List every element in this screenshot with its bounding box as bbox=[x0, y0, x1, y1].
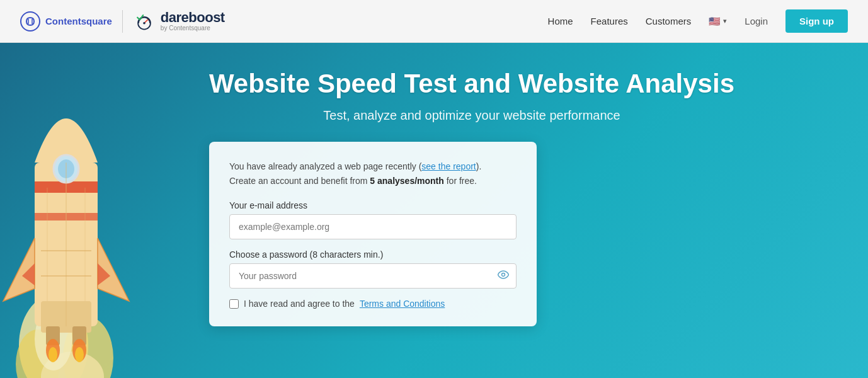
eye-icon[interactable] bbox=[498, 270, 509, 282]
contentsquare-label: Contentsquare bbox=[45, 16, 112, 26]
email-input[interactable] bbox=[229, 214, 517, 239]
terms-row: I have read and agree to the Terms and C… bbox=[229, 299, 517, 309]
header-nav: Home Features Customers 🇺🇸 ▾ Login Sign … bbox=[548, 9, 848, 33]
language-selector[interactable]: 🇺🇸 ▾ bbox=[709, 16, 727, 27]
notice-text4: for free. bbox=[444, 176, 477, 186]
hero-subtitle: Test, analyze and optimize your website … bbox=[209, 108, 734, 123]
header-left: Contentsquare dareboost by Contentsquare bbox=[20, 10, 225, 33]
dareboost-icon bbox=[133, 13, 156, 30]
language-chevron-icon: ▾ bbox=[723, 17, 727, 25]
terms-checkbox[interactable] bbox=[229, 299, 239, 309]
rocket-svg bbox=[0, 43, 170, 378]
email-label: Your e-mail address bbox=[229, 200, 517, 210]
nav-features[interactable]: Features bbox=[591, 16, 628, 26]
notice-text3: Create an account and benefit from bbox=[229, 176, 370, 186]
nav-home[interactable]: Home bbox=[548, 16, 573, 26]
header: Contentsquare dareboost by Contentsquare… bbox=[0, 0, 868, 43]
dareboost-name: dareboost bbox=[161, 11, 225, 25]
hero-section: Website Speed Test and Website Analysis … bbox=[0, 43, 868, 378]
password-label: Choose a password (8 characters min.) bbox=[229, 249, 517, 260]
dareboost-sub: by Contentsquare bbox=[161, 25, 225, 32]
header-divider bbox=[122, 10, 123, 33]
hero-content: Website Speed Test and Website Analysis … bbox=[209, 68, 734, 326]
svg-point-0 bbox=[21, 12, 40, 31]
contentsquare-icon bbox=[20, 11, 40, 32]
hero-title: Website Speed Test and Website Analysis bbox=[209, 68, 734, 100]
rocket-illustration bbox=[0, 43, 170, 378]
terms-link[interactable]: Terms and Conditions bbox=[360, 299, 445, 309]
dareboost-text: dareboost by Contentsquare bbox=[161, 11, 225, 32]
notice-text1: You have already analyzed a web page rec… bbox=[229, 161, 421, 171]
dareboost-logo: dareboost by Contentsquare bbox=[133, 11, 225, 32]
form-notice: You have already analyzed a web page rec… bbox=[229, 159, 517, 188]
svg-point-21 bbox=[49, 347, 57, 362]
flag-emoji: 🇺🇸 bbox=[709, 16, 721, 27]
password-input[interactable] bbox=[229, 263, 517, 289]
signup-button[interactable]: Sign up bbox=[785, 9, 848, 33]
svg-point-5 bbox=[143, 21, 146, 24]
svg-point-22 bbox=[75, 347, 84, 362]
login-link[interactable]: Login bbox=[745, 16, 768, 26]
svg-point-28 bbox=[501, 273, 505, 277]
notice-bold: 5 analyses/month bbox=[370, 176, 444, 186]
see-report-link[interactable]: see the report bbox=[421, 161, 476, 171]
contentsquare-logo[interactable]: Contentsquare bbox=[20, 11, 112, 32]
password-wrapper bbox=[229, 263, 517, 289]
signup-form-card: You have already analyzed a web page rec… bbox=[209, 142, 537, 326]
terms-pre: I have read and agree to the bbox=[244, 299, 355, 309]
notice-text2: ). bbox=[476, 161, 482, 171]
nav-customers[interactable]: Customers bbox=[646, 16, 692, 26]
